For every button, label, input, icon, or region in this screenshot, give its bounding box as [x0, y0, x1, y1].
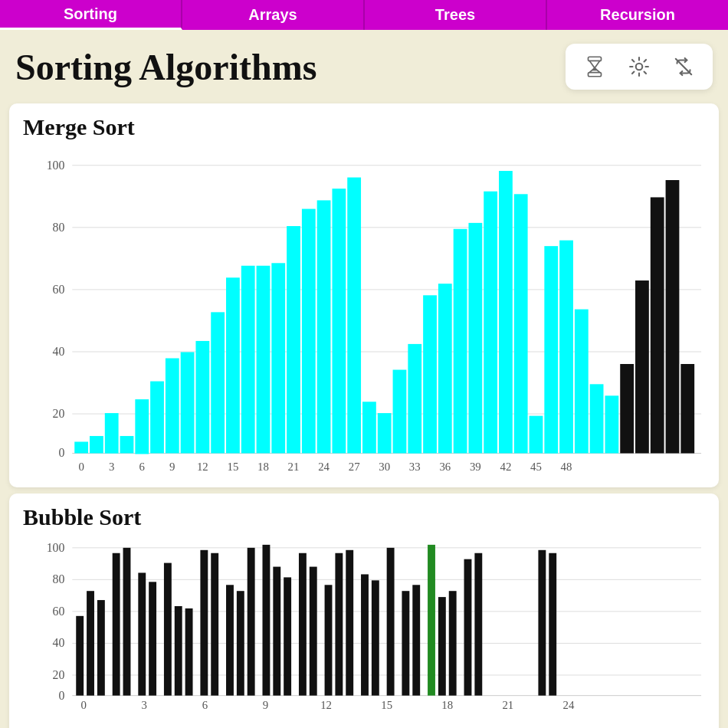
- bbar-21: [335, 553, 343, 696]
- bbar-1: [87, 591, 94, 695]
- svg-text:40: 40: [53, 636, 65, 649]
- toolbar: [566, 44, 713, 90]
- bbar-15: [262, 545, 270, 696]
- svg-text:0: 0: [80, 700, 86, 712]
- nav-trees[interactable]: Trees: [365, 0, 547, 30]
- merge-sort-card: Merge Sort 100 80 60 40 20 0: [9, 103, 719, 487]
- svg-text:80: 80: [53, 572, 65, 585]
- svg-text:18: 18: [257, 461, 269, 473]
- bar-29: [514, 194, 528, 453]
- bar-0: [74, 441, 88, 453]
- bar-24: [438, 284, 452, 453]
- svg-text:0: 0: [58, 446, 64, 459]
- bbar-27: [412, 585, 420, 695]
- svg-text:15: 15: [228, 461, 239, 473]
- bbar-12: [226, 585, 234, 695]
- svg-text:12: 12: [197, 461, 208, 473]
- bbar-31: [474, 553, 482, 696]
- bar-27: [484, 192, 497, 454]
- bar-25: [454, 229, 467, 454]
- bbar-7: [164, 563, 172, 696]
- svg-text:24: 24: [318, 461, 330, 473]
- svg-text:9: 9: [169, 461, 175, 473]
- svg-text:30: 30: [379, 461, 390, 473]
- merge-sort-title: Merge Sort: [23, 114, 705, 140]
- bar-40: [680, 364, 694, 453]
- svg-text:3: 3: [142, 700, 147, 712]
- svg-text:6: 6: [202, 700, 208, 712]
- timer-icon[interactable]: [579, 51, 610, 82]
- bar-36: [620, 364, 634, 453]
- bar-10: [226, 277, 240, 453]
- bbar-6: [149, 582, 156, 695]
- bbar-26: [402, 591, 409, 695]
- bubble-sort-svg: 100 80 60 40 20 0: [23, 536, 705, 728]
- bubble-sort-card: Bubble Sort 100 80 60 40 20 0: [9, 494, 719, 728]
- bar-2: [105, 413, 119, 454]
- svg-text:3: 3: [109, 461, 114, 473]
- bar-33: [575, 310, 589, 454]
- bar-6: [166, 358, 179, 453]
- svg-text:12: 12: [320, 700, 332, 712]
- nav-arrays[interactable]: Arrays: [182, 0, 365, 30]
- settings-icon[interactable]: [624, 51, 654, 82]
- svg-text:15: 15: [381, 700, 392, 712]
- bar-4: [135, 399, 149, 454]
- bar-21: [393, 370, 407, 454]
- bbar-24: [372, 580, 379, 695]
- bar-12: [257, 266, 271, 454]
- bubble-sort-chart: 100 80 60 40 20 0: [23, 536, 705, 728]
- bar-16: [317, 200, 331, 453]
- bar-32: [559, 241, 573, 454]
- bar-9: [211, 312, 225, 453]
- svg-text:100: 100: [47, 159, 65, 172]
- bbar-3: [113, 553, 120, 696]
- svg-text:20: 20: [53, 407, 65, 420]
- bar-3: [120, 436, 134, 454]
- bbar-13: [237, 591, 244, 695]
- bar-1: [90, 436, 103, 454]
- bbar-20: [325, 585, 333, 695]
- bbar-0: [76, 616, 84, 696]
- svg-text:24: 24: [563, 700, 575, 712]
- bbar-18: [299, 553, 307, 696]
- svg-text:39: 39: [470, 461, 481, 473]
- nav-recursion[interactable]: Recursion: [547, 0, 728, 30]
- bar-31: [544, 246, 558, 454]
- svg-text:21: 21: [288, 461, 300, 473]
- no-repeat-icon[interactable]: [668, 51, 699, 82]
- bar-15: [302, 209, 316, 454]
- bar-7: [181, 352, 195, 453]
- svg-text:45: 45: [530, 461, 542, 473]
- bar-22: [408, 344, 421, 454]
- svg-text:36: 36: [439, 461, 451, 473]
- merge-sort-chart: 100 80 60 40 20 0: [23, 146, 705, 480]
- svg-rect-1: [589, 73, 602, 77]
- svg-text:27: 27: [349, 461, 360, 473]
- bar-19: [362, 402, 376, 453]
- bbar-30: [464, 559, 472, 696]
- svg-text:60: 60: [53, 283, 65, 296]
- bbar-9: [185, 608, 193, 696]
- bar-23: [423, 295, 437, 453]
- bar-5: [150, 382, 164, 454]
- bbar-25: [387, 548, 395, 696]
- svg-text:0: 0: [59, 689, 65, 702]
- svg-rect-0: [589, 57, 602, 61]
- bar-39: [666, 180, 680, 453]
- svg-text:0: 0: [78, 461, 84, 473]
- bbar-2: [97, 600, 105, 696]
- bar-20: [378, 413, 392, 454]
- svg-text:48: 48: [561, 461, 572, 473]
- svg-text:40: 40: [53, 345, 65, 358]
- bbar-33: [549, 553, 556, 696]
- bbar-16: [273, 567, 280, 696]
- bbar-highlight: [428, 545, 435, 696]
- bar-28: [499, 171, 513, 453]
- page-header: Sorting Algorithms: [0, 30, 728, 97]
- bar-38: [651, 197, 664, 453]
- svg-text:100: 100: [47, 541, 65, 554]
- svg-text:20: 20: [53, 668, 65, 681]
- nav-sorting[interactable]: Sorting: [0, 0, 182, 30]
- bbar-28: [438, 597, 446, 696]
